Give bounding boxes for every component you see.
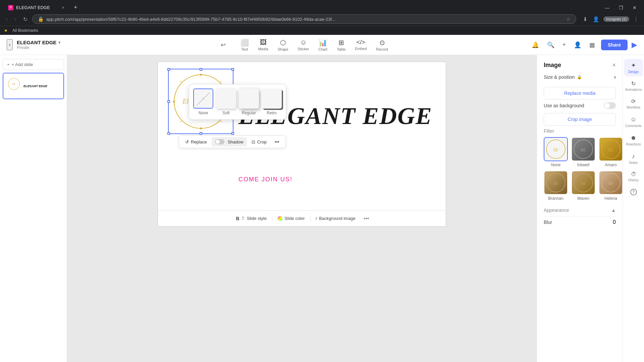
all-bookmarks[interactable]: All Bookmarks bbox=[10, 27, 40, 34]
active-tab[interactable]: P ELEGANT EDGE × bbox=[3, 3, 70, 12]
svg-text:EE: EE bbox=[608, 148, 613, 152]
filter-item-none[interactable]: EE None bbox=[544, 137, 568, 167]
present-settings-btn[interactable]: ▦ bbox=[587, 39, 597, 51]
replace-btn[interactable]: ↺ Replace bbox=[182, 137, 210, 146]
tab-close-btn[interactable]: × bbox=[62, 5, 64, 10]
slide-preview-title: ELEGANT EDGE bbox=[23, 84, 47, 88]
sidebar-reactions-btn[interactable]: ☻ Reactions bbox=[624, 132, 643, 149]
toolbar-item-table[interactable]: ⊞ Table bbox=[333, 37, 350, 53]
slide-thumb-inner: EE ELEGANT EDGE bbox=[3, 73, 63, 99]
filter-item-inkwell[interactable]: EE Inkwell bbox=[571, 137, 595, 167]
comments-icon: ☺ bbox=[630, 116, 636, 123]
shadow-none-label: None bbox=[199, 111, 208, 115]
address-bar[interactable]: 🔒 app.pitch.com/app/presentation/58f67c2… bbox=[32, 14, 576, 24]
maximize-btn[interactable]: ❐ bbox=[614, 4, 628, 12]
toolbar-item-chart[interactable]: 📊 Chart bbox=[314, 37, 331, 53]
pen-icon: / bbox=[316, 216, 317, 221]
record-label: Record bbox=[376, 47, 388, 51]
profile-btn[interactable]: 👤 bbox=[591, 15, 601, 24]
shadow-btn[interactable]: Shadow bbox=[212, 137, 247, 146]
reload-btn[interactable]: ↻ bbox=[21, 15, 30, 24]
resize-handle-ml[interactable] bbox=[167, 100, 170, 103]
menu-btn[interactable]: ⋮ bbox=[632, 15, 640, 24]
minimize-btn[interactable]: — bbox=[600, 4, 614, 12]
close-btn[interactable]: ✕ bbox=[628, 4, 641, 12]
background-image-btn[interactable]: / Background image bbox=[312, 214, 360, 223]
header-center: ↩ ⬜ Text 🖼 Media ⬡ Shape ☺ Sticker bbox=[80, 37, 530, 53]
selected-image-element[interactable]: Elegant Edge ↺ Replace Shadow bbox=[168, 69, 233, 134]
svg-point-7 bbox=[220, 81, 222, 82]
slide-style-btn[interactable]: B ⠿ Slide style bbox=[232, 214, 271, 223]
crop-btn[interactable]: ⊡ Crop bbox=[248, 137, 270, 146]
more-options-btn[interactable]: ••• bbox=[271, 137, 283, 146]
slide-subtitle[interactable]: COME JOIN US! bbox=[238, 176, 292, 183]
shadow-option-retro[interactable]: Retro bbox=[262, 88, 282, 115]
sidebar-comments-btn[interactable]: ☺ Comments bbox=[624, 113, 643, 130]
play-btn[interactable]: ▶ bbox=[632, 41, 637, 49]
toolbar-item-shape[interactable]: ⬡ Shape bbox=[274, 37, 292, 53]
table-label: Table bbox=[337, 47, 345, 51]
shadow-option-regular[interactable]: Regular bbox=[239, 88, 259, 115]
add-btn[interactable]: + bbox=[560, 39, 568, 50]
resize-handle-bm[interactable] bbox=[200, 132, 202, 135]
add-slide-btn[interactable]: + + Add slide bbox=[3, 59, 64, 70]
filter-item-helena[interactable]: EE Helena bbox=[599, 171, 623, 201]
slide-thumbnail-1[interactable]: EE ELEGANT EDGE bbox=[3, 73, 64, 99]
shadow-option-soft[interactable]: Soft bbox=[216, 88, 236, 115]
filter-item-maven[interactable]: EE Maven bbox=[571, 171, 595, 201]
size-position-chevron[interactable]: › bbox=[614, 74, 616, 80]
toolbar-item-text[interactable]: ⬜ Text bbox=[236, 37, 253, 53]
resize-handle-tr[interactable] bbox=[231, 68, 234, 71]
collaborator-btn[interactable]: 👤 bbox=[572, 39, 583, 51]
replace-media-btn[interactable]: Replace media bbox=[544, 87, 616, 100]
back-btn[interactable]: ‹ bbox=[4, 15, 10, 23]
sidebar-history-btn[interactable]: ⏱ History bbox=[624, 169, 643, 185]
sidebar-notes-btn[interactable]: ♪ Notes bbox=[624, 150, 643, 167]
sidebar-design-btn[interactable]: ✦ Design bbox=[624, 59, 643, 76]
undo-btn[interactable]: ↩ bbox=[218, 40, 228, 50]
slide-canvas[interactable]: Elegant Edge ↺ Replace Shadow bbox=[158, 62, 446, 227]
project-name[interactable]: ELEGANT EDGE ▾ bbox=[17, 40, 60, 45]
resize-handle-tm[interactable] bbox=[200, 68, 202, 71]
shadow-option-none[interactable]: ✕ None bbox=[193, 88, 213, 115]
toolbar-item-record[interactable]: ⊙ Record bbox=[372, 37, 392, 53]
replace-icon: ↺ bbox=[185, 139, 189, 144]
forward-btn[interactable]: › bbox=[12, 15, 18, 23]
filter-item-brannan[interactable]: EE Brannan bbox=[544, 171, 568, 201]
resize-handle-tl[interactable] bbox=[167, 68, 170, 71]
incognito-badge[interactable]: Incognito (2) bbox=[603, 16, 629, 22]
bookmarks-bar: ★ All Bookmarks bbox=[0, 26, 644, 35]
separator-2 bbox=[310, 215, 311, 222]
new-tab-btn[interactable]: + bbox=[71, 3, 80, 12]
share-btn[interactable]: Share bbox=[601, 40, 628, 50]
notifications-btn[interactable]: 🔔 bbox=[530, 39, 541, 51]
toolbar-item-embed[interactable]: </> Embed bbox=[351, 37, 371, 53]
panel-close-btn[interactable]: × bbox=[612, 62, 616, 69]
search-btn[interactable]: 🔍 bbox=[545, 39, 556, 51]
svg-point-8 bbox=[180, 121, 181, 122]
shadow-toggle bbox=[215, 139, 224, 144]
resize-handle-bl[interactable] bbox=[167, 132, 170, 135]
resize-handle-br[interactable] bbox=[231, 132, 234, 135]
project-info: ELEGANT EDGE ▾ Private bbox=[17, 40, 60, 50]
slide-color-btn[interactable]: Slide color bbox=[274, 214, 309, 223]
toolbar-items: ⬜ Text 🖼 Media ⬡ Shape ☺ Sticker 📊 C bbox=[236, 37, 392, 53]
sidebar-animations-btn[interactable]: ↻ Animations bbox=[624, 78, 643, 94]
toolbar-item-sticker[interactable]: ☺ Sticker bbox=[294, 37, 313, 53]
design-label: Design bbox=[628, 70, 639, 74]
sidebar-help-btn[interactable]: ? bbox=[624, 186, 643, 198]
bottom-more-btn[interactable]: ••• bbox=[361, 214, 372, 223]
crop-image-btn[interactable]: Crop image bbox=[544, 113, 616, 126]
lock-icon: 🔒 bbox=[577, 75, 582, 79]
toolbar-item-media[interactable]: 🖼 Media bbox=[254, 37, 272, 53]
appearance-chevron: ▲ bbox=[611, 207, 616, 213]
back-to-dashboard-btn[interactable]: ‹ bbox=[7, 39, 13, 50]
filter-item-amaro[interactable]: EE Amaro bbox=[599, 137, 623, 167]
sidebar-workflow-btn[interactable]: ⟳ Workflow bbox=[624, 96, 643, 112]
use-as-background-toggle[interactable] bbox=[604, 102, 616, 109]
slide-preview: EE ELEGANT EDGE bbox=[5, 75, 61, 97]
nav-right: ⬇ 👤 Incognito (2) ⋮ bbox=[582, 15, 640, 24]
filter-none-preview: EE bbox=[544, 138, 567, 161]
download-btn[interactable]: ⬇ bbox=[582, 15, 589, 24]
reactions-icon: ☻ bbox=[630, 134, 637, 141]
